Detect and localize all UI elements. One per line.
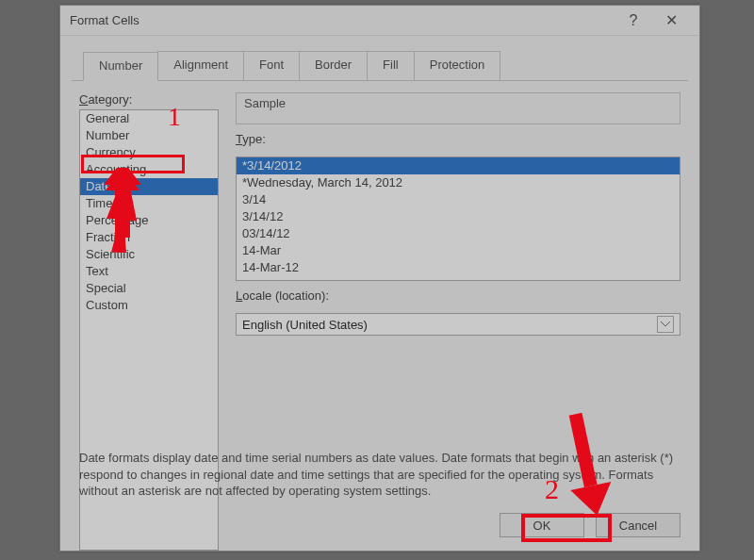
type-item[interactable]: 3/14/12 xyxy=(237,208,680,225)
category-item-time[interactable]: Time xyxy=(80,195,218,212)
category-item-custom[interactable]: Custom xyxy=(80,297,218,314)
tab-alignment[interactable]: Alignment xyxy=(157,51,244,80)
tab-fill[interactable]: Fill xyxy=(367,51,415,80)
close-button[interactable]: ✕ xyxy=(652,11,690,29)
locale-label: Locale (location): xyxy=(236,288,680,303)
type-item[interactable]: *Wednesday, March 14, 2012 xyxy=(237,174,680,191)
category-item-text[interactable]: Text xyxy=(80,263,218,280)
locale-select[interactable]: English (United States) xyxy=(236,313,680,336)
locale-value: English (United States) xyxy=(242,318,368,332)
chevron-down-icon[interactable] xyxy=(657,316,674,333)
tab-strip: Number Alignment Font Border Fill Protec… xyxy=(60,51,699,80)
format-cells-dialog: Format Cells ? ✕ Number Alignment Font B… xyxy=(59,5,700,552)
annotation-number-2: 2 xyxy=(545,473,559,505)
dialog-footer: OK Cancel xyxy=(500,513,680,537)
category-item-general[interactable]: General xyxy=(80,110,218,127)
type-item[interactable]: 03/14/12 xyxy=(237,225,680,242)
type-item[interactable]: *3/14/2012 xyxy=(237,157,680,174)
tab-protection[interactable]: Protection xyxy=(414,51,501,80)
type-item[interactable]: 14-Mar xyxy=(237,242,680,259)
tab-border[interactable]: Border xyxy=(299,51,368,80)
category-item-special[interactable]: Special xyxy=(80,280,218,297)
annotation-number-1: 1 xyxy=(168,102,181,132)
dialog-title: Format Cells xyxy=(70,13,615,27)
category-label: Category: xyxy=(79,92,219,107)
sample-box: Sample xyxy=(236,92,680,124)
category-item-percentage[interactable]: Percentage xyxy=(80,212,218,229)
titlebar: Format Cells ? ✕ xyxy=(60,6,699,36)
category-item-date[interactable]: Date xyxy=(80,178,218,195)
sample-label: Sample xyxy=(244,96,672,110)
category-item-accounting[interactable]: Accounting xyxy=(80,161,218,178)
cancel-button[interactable]: Cancel xyxy=(596,513,680,537)
category-item-number[interactable]: Number xyxy=(80,127,218,144)
type-item[interactable]: 3/14 xyxy=(237,191,680,208)
description-text: Date formats display date and time seria… xyxy=(79,450,680,500)
category-item-scientific[interactable]: Scientific xyxy=(80,246,218,263)
type-item[interactable]: 14-Mar-12 xyxy=(237,259,680,276)
category-item-fraction[interactable]: Fraction xyxy=(80,229,218,246)
tab-font[interactable]: Font xyxy=(243,51,300,80)
ok-button[interactable]: OK xyxy=(500,513,584,537)
category-item-currency[interactable]: Currency xyxy=(80,144,218,161)
type-listbox[interactable]: *3/14/2012 *Wednesday, March 14, 2012 3/… xyxy=(236,156,680,281)
type-label: Type: xyxy=(236,132,680,146)
help-button[interactable]: ? xyxy=(615,12,652,29)
tab-number[interactable]: Number xyxy=(83,52,158,81)
